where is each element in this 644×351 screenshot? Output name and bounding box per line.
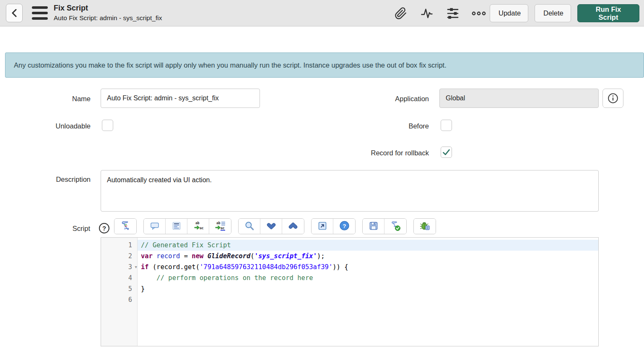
code-token-string: '791a648597632110484db296f053af39'	[200, 263, 332, 271]
code-token-keyword: var	[141, 252, 153, 260]
replace-all-icon: abac	[215, 220, 226, 233]
before-checkbox[interactable]	[441, 120, 452, 131]
info-icon	[608, 93, 618, 104]
unloadable-label: Unloadable	[0, 122, 91, 130]
update-button[interactable]: Update	[490, 4, 528, 22]
description-label: Description	[0, 176, 91, 183]
svg-text:ac: ac	[221, 226, 225, 230]
line-number: 6	[101, 294, 137, 305]
search-icon	[244, 220, 255, 233]
debug-icon	[419, 220, 430, 233]
code-token-def: record	[156, 252, 180, 260]
format-code-icon	[171, 221, 182, 232]
page-subtitle: Auto Fix Script: admin - sys_script_fix	[54, 13, 162, 23]
code-token-plain: =	[180, 252, 192, 260]
name-input[interactable]	[101, 89, 260, 108]
find-next-button[interactable]	[260, 219, 282, 234]
chevron-left-icon	[11, 9, 18, 17]
activity-stream-icon[interactable]	[419, 6, 434, 21]
svg-text:?: ?	[343, 223, 346, 229]
code-line[interactable]: }	[138, 283, 598, 294]
replace-button[interactable]: abac	[187, 219, 209, 234]
open-in-new-window-icon	[317, 221, 327, 232]
header-bar: Fix Script Auto Fix Script: admin - sys_…	[0, 0, 644, 26]
attachment-icon[interactable]	[393, 6, 408, 21]
run-fix-script-button[interactable]: Run Fix Script	[577, 4, 639, 22]
code-token-plain: );	[317, 252, 325, 260]
script-toolbar: abacabac?	[114, 218, 436, 234]
name-label: Name	[0, 95, 91, 103]
code-token-plain	[203, 252, 207, 260]
svg-text:ab: ab	[216, 221, 221, 225]
context-menu-icon[interactable]	[32, 6, 48, 20]
code-line[interactable]	[138, 294, 598, 305]
script-editor[interactable]: 123▼456 // Generated Fix Scriptvar recor…	[101, 237, 599, 346]
toolbar-group	[238, 218, 304, 234]
header-icons	[393, 5, 486, 22]
record-for-rollback-checkbox[interactable]	[441, 147, 452, 158]
code-line[interactable]: var record = new GlideRecord('sys_script…	[138, 251, 598, 262]
code-token-plain: )) {	[332, 263, 348, 271]
toolbar-group: abacabac	[143, 218, 231, 234]
editor-gutter: 123▼456	[101, 238, 138, 346]
application-label: Application	[335, 95, 429, 103]
fix-script-form-page: Fix Script Auto Fix Script: admin - sys_…	[0, 0, 644, 351]
toolbar-group	[413, 218, 436, 234]
toggle-comment-icon	[150, 221, 160, 232]
check-syntax-button[interactable]	[384, 219, 406, 234]
fold-arrow-icon[interactable]: ▼	[132, 262, 137, 272]
find-previous-button[interactable]	[282, 219, 304, 234]
delete-button[interactable]: Delete	[535, 4, 571, 22]
toggle-comment-button[interactable]	[144, 219, 166, 234]
line-number: 3▼	[101, 262, 137, 272]
svg-text:ab: ab	[195, 221, 200, 225]
code-token-plain: }	[141, 285, 145, 293]
debug-button[interactable]	[414, 219, 436, 234]
code-token-keyword: new	[192, 252, 203, 260]
syntax-editor-button[interactable]	[114, 219, 136, 234]
editor-code[interactable]: // Generated Fix Scriptvar record = new …	[138, 238, 598, 346]
record-for-rollback-label: Record for rollback	[293, 149, 429, 157]
personalize-form-icon[interactable]	[445, 6, 460, 21]
toolbar-group	[114, 218, 137, 234]
line-number: 5	[101, 283, 137, 294]
line-number: 2	[101, 251, 137, 262]
title-block: Fix Script Auto Fix Script: admin - sys_…	[54, 3, 162, 23]
editor-help-icon: ?	[339, 220, 350, 232]
code-token-plain: (	[250, 252, 254, 260]
script-label: Script	[0, 225, 90, 233]
application-info-button[interactable]	[602, 89, 623, 108]
code-line[interactable]: // perform operations on the record here	[138, 272, 598, 283]
replace-icon: abac	[193, 220, 204, 233]
code-token-keyword: if	[141, 263, 149, 271]
find-next-icon	[266, 222, 277, 231]
replace-all-button[interactable]: abac	[209, 219, 231, 234]
save-button[interactable]	[363, 219, 384, 234]
unloadable-checkbox[interactable]	[102, 120, 113, 131]
code-line[interactable]: // Generated Fix Script	[138, 240, 598, 251]
toolbar-group: ?	[311, 218, 356, 234]
back-button[interactable]	[6, 4, 23, 22]
code-token-class: GlideRecord	[208, 252, 251, 260]
more-options-icon[interactable]	[471, 6, 486, 21]
script-help-icon[interactable]: ?	[99, 223, 109, 233]
description-textarea[interactable]: Automatically created via UI action.	[101, 170, 599, 212]
info-banner-text: Any customizations you make to the fix s…	[14, 61, 447, 69]
checkmark-icon	[442, 148, 451, 157]
code-line[interactable]: if (record.get('791a648597632110484db296…	[138, 262, 598, 272]
code-token-string-em: 'sys_script_fix'	[254, 252, 317, 260]
save-icon	[369, 221, 379, 232]
search-button[interactable]	[239, 219, 260, 234]
code-token-plain	[153, 252, 156, 260]
before-label: Before	[335, 122, 429, 130]
application-input[interactable]	[439, 89, 599, 108]
code-token-comment: // Generated Fix Script	[141, 241, 231, 249]
page-title: Fix Script	[54, 3, 162, 13]
editor-help-button[interactable]: ?	[333, 219, 355, 234]
open-in-new-window-button[interactable]	[312, 219, 333, 234]
check-syntax-icon	[390, 220, 401, 233]
format-code-button[interactable]	[166, 219, 187, 234]
line-number: 4	[101, 272, 137, 283]
toolbar-group	[362, 218, 407, 234]
find-previous-icon	[288, 222, 299, 231]
